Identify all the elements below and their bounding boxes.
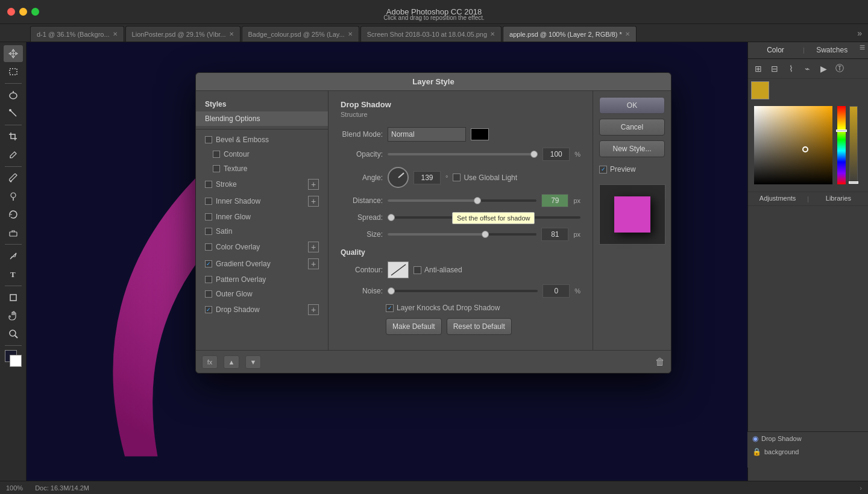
lasso-tool[interactable] — [4, 87, 23, 104]
noise-slider[interactable] — [388, 290, 538, 292]
rp-curves-icon[interactable]: ⌁ — [800, 61, 814, 76]
preview-checkbox[interactable]: ✓ — [599, 166, 607, 174]
blend-color-swatch[interactable] — [471, 128, 489, 140]
style-texture[interactable]: Texture — [196, 161, 328, 176]
alpha-slider[interactable] — [849, 181, 858, 184]
eyedropper-tool[interactable] — [4, 146, 23, 163]
tab-adjustments[interactable]: Adjustments — [748, 192, 807, 205]
noise-input[interactable]: 0 — [542, 284, 570, 298]
new-style-button[interactable]: New Style... — [599, 140, 665, 157]
spread-slider-thumb[interactable] — [388, 214, 395, 221]
pattern-overlay-checkbox[interactable] — [205, 276, 212, 283]
fx-button[interactable]: fx — [202, 355, 218, 369]
size-slider[interactable] — [388, 233, 536, 236]
hue-slider[interactable] — [836, 130, 847, 132]
color-overlay-add-button[interactable]: + — [308, 242, 319, 252]
tab-close-icon[interactable]: ✕ — [229, 31, 234, 37]
main-color-swatch[interactable] — [751, 81, 769, 99]
noise-slider-thumb[interactable] — [388, 287, 395, 295]
tab-close-icon[interactable]: ✕ — [348, 31, 353, 37]
size-input[interactable]: 81 — [541, 228, 568, 241]
pen-tool[interactable] — [4, 248, 23, 264]
color-overlay-checkbox[interactable] — [205, 243, 212, 251]
rp-channels-icon[interactable]: ⊟ — [767, 61, 782, 76]
tab-libraries[interactable]: Libraries — [809, 192, 868, 205]
close-button[interactable] — [7, 8, 15, 16]
shape-tool[interactable] — [4, 289, 23, 306]
hand-tool[interactable] — [4, 307, 23, 324]
make-default-button[interactable]: Make Default — [386, 318, 442, 335]
distance-input[interactable]: 79 — [541, 194, 568, 207]
layer-style-dialog[interactable]: Layer Style Styles Blending Options Beve — [195, 72, 671, 374]
gradient-overlay-add-button[interactable]: + — [308, 258, 319, 269]
delete-button[interactable]: 🗑 — [655, 357, 665, 367]
tab-close-icon[interactable]: ✕ — [490, 31, 495, 37]
contour-checkbox[interactable] — [213, 151, 220, 158]
contour-preview[interactable] — [388, 261, 409, 278]
inner-shadow-checkbox[interactable] — [205, 198, 212, 205]
brush-tool[interactable] — [4, 170, 23, 187]
bevel-checkbox[interactable] — [205, 136, 212, 143]
crop-tool[interactable] — [4, 128, 23, 145]
foreground-color[interactable] — [10, 355, 22, 367]
style-satin[interactable]: Satin — [196, 224, 328, 239]
tab-1[interactable]: d-1 @ 36.1% (Backgro... ✕ — [30, 26, 124, 42]
layer-knocks-out-label[interactable]: ✓ Layer Knocks Out Drop Shadow — [386, 304, 500, 312]
opacity-input[interactable]: 100 — [542, 148, 570, 161]
style-inner-glow[interactable]: Inner Glow — [196, 210, 328, 224]
tab-5[interactable]: apple.psd @ 100% (Layer 2, RGB/8) * ✕ — [503, 26, 637, 42]
style-contour[interactable]: Contour — [196, 147, 328, 161]
layer-knocks-out-checkbox[interactable]: ✓ — [386, 304, 394, 312]
layer-drop-shadow[interactable]: ◉ Drop Shadow — [747, 432, 868, 445]
tab-close-icon[interactable]: ✕ — [113, 31, 118, 37]
move-up-button[interactable]: ▲ — [224, 355, 239, 369]
tab-swatches[interactable]: Swatches — [805, 42, 860, 58]
style-stroke[interactable]: Stroke + — [196, 176, 328, 193]
color-spectrum[interactable] — [754, 106, 832, 184]
opacity-slider[interactable] — [388, 153, 538, 155]
zoom-tool[interactable] — [4, 325, 23, 342]
use-global-light-label[interactable]: Use Global Light — [453, 174, 517, 182]
clone-stamp-tool[interactable] — [4, 188, 23, 205]
satin-checkbox[interactable] — [205, 228, 212, 235]
rp-text-icon[interactable]: Ⓣ — [832, 61, 847, 76]
style-bevel-emboss[interactable]: Bevel & Emboss — [196, 133, 328, 147]
style-gradient-overlay[interactable]: ✓ Gradient Overlay + — [196, 255, 328, 272]
opacity-slider-thumb[interactable] — [530, 151, 538, 158]
distance-slider-thumb[interactable] — [474, 197, 481, 204]
angle-input[interactable]: 139 — [414, 171, 441, 184]
style-outer-glow[interactable]: Outer Glow — [196, 287, 328, 301]
anti-aliased-label[interactable]: Anti-aliased — [414, 266, 462, 274]
maximize-button[interactable] — [31, 8, 39, 16]
reset-to-default-button[interactable]: Reset to Default — [447, 318, 512, 335]
alpha-bar[interactable] — [849, 106, 858, 184]
layer-background[interactable]: 🔒 background — [747, 445, 868, 458]
ok-button[interactable]: OK — [599, 97, 665, 114]
wand-tool[interactable] — [4, 105, 23, 122]
inner-glow-checkbox[interactable] — [205, 213, 212, 220]
tab-4[interactable]: Screen Shot 2018-03-10 at 18.04.05.png ✕ — [360, 26, 502, 42]
angle-dial[interactable] — [388, 167, 409, 188]
rp-layers-icon[interactable]: ⊞ — [751, 61, 766, 76]
tab-2[interactable]: LionPoster.psd @ 29.1% (Vibr... ✕ — [125, 26, 241, 42]
style-pattern-overlay[interactable]: Pattern Overlay — [196, 272, 328, 287]
size-slider-thumb[interactable] — [482, 231, 489, 238]
rp-play-icon[interactable]: ▶ — [816, 61, 831, 76]
stroke-add-button[interactable]: + — [308, 179, 319, 190]
drop-shadow-checkbox[interactable]: ✓ — [205, 306, 212, 313]
marquee-tool[interactable] — [4, 63, 23, 80]
move-tool[interactable] — [4, 45, 23, 62]
panel-menu-button[interactable]: ≡ — [860, 42, 868, 58]
style-blending-options[interactable]: Blending Options — [196, 111, 328, 126]
rp-paths-icon[interactable]: ⌇ — [784, 61, 798, 76]
outer-glow-checkbox[interactable] — [205, 290, 212, 298]
hue-bar[interactable] — [837, 106, 846, 184]
tab-color[interactable]: Color — [748, 42, 803, 58]
stroke-checkbox[interactable] — [205, 181, 212, 188]
type-tool[interactable]: T — [4, 266, 23, 283]
move-down-button[interactable]: ▼ — [245, 355, 261, 369]
use-global-light-checkbox[interactable] — [453, 174, 461, 181]
blend-mode-select[interactable]: Normal Multiply Screen Overlay — [388, 127, 466, 142]
distance-slider[interactable] — [388, 199, 536, 202]
inner-shadow-add-button[interactable]: + — [308, 196, 319, 207]
